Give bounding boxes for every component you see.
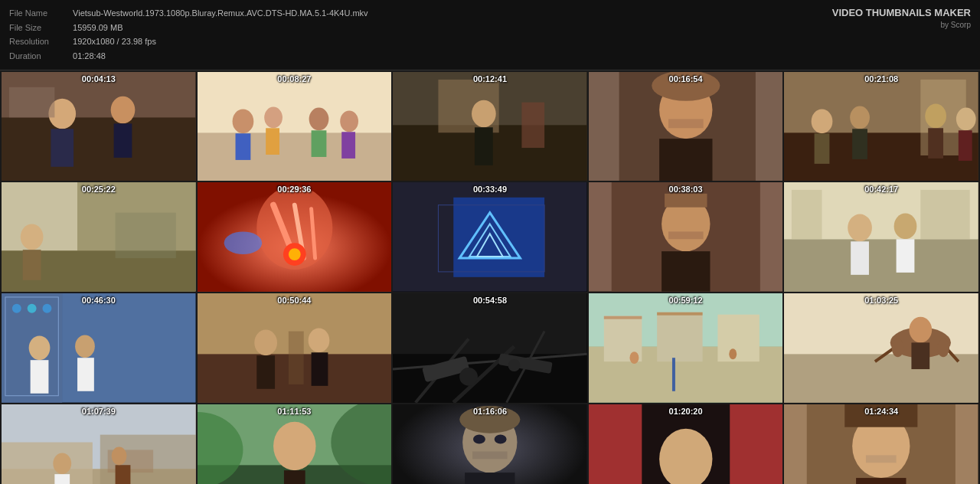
thumbnail-9[interactable]: 00:38:03 xyxy=(589,182,783,292)
file-name-value: Vietsub-Westworld.1973.1080p.Bluray.Remu… xyxy=(73,8,368,18)
timestamp-9: 00:38:03 xyxy=(669,185,703,194)
svg-rect-78 xyxy=(897,240,915,273)
svg-point-93 xyxy=(254,330,277,356)
timestamp-7: 00:29:36 xyxy=(277,185,311,194)
thumbnail-13[interactable]: 00:54:58 xyxy=(393,293,587,403)
thumb-bg-6 xyxy=(2,182,196,292)
svg-rect-39 xyxy=(929,128,944,159)
svg-point-95 xyxy=(308,329,329,353)
thumbnail-16[interactable]: 01:07:39 xyxy=(2,404,196,484)
svg-point-75 xyxy=(848,214,873,242)
svg-point-152 xyxy=(473,434,485,443)
svg-rect-73 xyxy=(792,190,822,239)
svg-point-84 xyxy=(28,304,37,313)
thumb-bg-12 xyxy=(198,293,392,403)
svg-point-77 xyxy=(894,214,917,240)
thumbnail-20[interactable]: 01:24:34 xyxy=(784,404,978,484)
svg-point-34 xyxy=(812,109,833,133)
svg-point-88 xyxy=(75,335,95,358)
thumb-bg-13 xyxy=(393,293,587,403)
svg-rect-11 xyxy=(235,133,250,160)
svg-rect-151 xyxy=(472,451,508,459)
svg-point-83 xyxy=(12,304,21,313)
svg-point-123 xyxy=(910,317,933,343)
duration-row: Duration 01:28:48 xyxy=(9,49,368,64)
thumbnail-1[interactable]: 00:04:13 xyxy=(2,72,196,182)
thumb-bg-14 xyxy=(589,293,783,403)
svg-rect-87 xyxy=(31,360,49,394)
thumbnails-grid: 00:04:13 00:08:27 00:12:41 00:16:54 00:2… xyxy=(0,70,980,484)
svg-rect-69 xyxy=(668,232,704,240)
svg-rect-23 xyxy=(522,102,545,147)
thumbnail-6[interactable]: 00:25:22 xyxy=(2,182,196,292)
svg-rect-116 xyxy=(672,358,675,391)
svg-point-16 xyxy=(340,110,358,132)
timestamp-14: 00:59:12 xyxy=(669,296,703,305)
svg-rect-71 xyxy=(784,240,978,292)
svg-rect-41 xyxy=(959,130,972,161)
timestamp-17: 01:11:53 xyxy=(277,407,311,416)
thumbnail-14[interactable]: 00:59:12 xyxy=(589,293,783,403)
timestamp-3: 00:12:41 xyxy=(473,74,507,83)
svg-rect-89 xyxy=(77,358,94,391)
thumbnail-11[interactable]: 00:46:30 xyxy=(2,293,196,403)
resolution-value: 1920x1080 / 23.98 fps xyxy=(73,37,156,46)
svg-rect-35 xyxy=(815,133,830,164)
watermark-sub: by Scorp xyxy=(832,20,971,31)
svg-point-127 xyxy=(892,338,904,357)
svg-rect-132 xyxy=(2,442,93,484)
svg-rect-74 xyxy=(921,190,970,239)
thumb-bg-4 xyxy=(589,72,783,182)
svg-point-56 xyxy=(288,249,300,261)
svg-rect-165 xyxy=(866,455,897,463)
svg-point-106 xyxy=(459,368,478,386)
thumbnail-19[interactable]: 01:20:20 xyxy=(589,404,783,484)
thumbnail-4[interactable]: 00:16:54 xyxy=(589,72,783,182)
svg-rect-145 xyxy=(284,470,305,484)
watermark: VIDEO THUMBNAILS MAKER by Scorp xyxy=(832,6,971,31)
thumbnail-5[interactable]: 00:21:08 xyxy=(784,72,978,182)
file-name-label: File Name xyxy=(9,6,70,21)
svg-point-38 xyxy=(926,103,947,128)
thumbnail-2[interactable]: 00:08:27 xyxy=(198,72,392,182)
thumbnail-18[interactable]: 01:16:06 xyxy=(393,404,587,484)
svg-rect-5 xyxy=(114,123,132,158)
svg-point-36 xyxy=(851,106,871,129)
thumbnail-10[interactable]: 00:42:17 xyxy=(784,182,978,292)
thumb-bg-17 xyxy=(198,404,392,484)
svg-point-40 xyxy=(956,107,976,130)
thumb-bg-16 xyxy=(2,404,196,484)
thumb-bg-7 xyxy=(198,182,392,292)
timestamp-4: 00:16:54 xyxy=(669,74,703,83)
svg-rect-150 xyxy=(465,473,514,484)
svg-rect-113 xyxy=(717,315,759,361)
thumbnail-3[interactable]: 00:12:41 xyxy=(393,72,587,182)
resolution-row: Resolution 1920x1080 / 23.98 fps xyxy=(9,34,368,49)
svg-rect-96 xyxy=(311,352,328,386)
svg-rect-37 xyxy=(853,129,868,159)
svg-rect-68 xyxy=(662,252,710,292)
timestamp-20: 01:24:34 xyxy=(864,407,898,416)
timestamp-15: 01:03:25 xyxy=(864,296,898,305)
thumb-bg-2 xyxy=(198,72,392,182)
thumbnail-12[interactable]: 00:50:44 xyxy=(198,293,392,403)
thumb-bg-18 xyxy=(393,404,587,484)
svg-point-128 xyxy=(938,338,950,357)
thumbnail-15[interactable]: 01:03:25 xyxy=(784,293,978,403)
svg-point-85 xyxy=(42,304,51,313)
thumbnail-17[interactable]: 01:11:53 xyxy=(198,404,392,484)
thumbnail-7[interactable]: 00:29:36 xyxy=(198,182,392,292)
svg-rect-3 xyxy=(51,129,74,167)
svg-rect-6 xyxy=(9,87,54,118)
svg-rect-8 xyxy=(198,132,392,181)
file-size-value: 15959.09 MB xyxy=(73,23,122,32)
file-name-row: File Name Vietsub-Westworld.1973.1080p.B… xyxy=(9,6,368,21)
header: File Name Vietsub-Westworld.1973.1080p.B… xyxy=(0,0,980,70)
thumb-bg-10 xyxy=(784,182,978,292)
timestamp-8: 00:33:49 xyxy=(473,185,507,194)
thumbnail-8[interactable]: 00:33:49 xyxy=(393,182,587,292)
svg-rect-120 xyxy=(784,354,978,402)
svg-point-21 xyxy=(472,100,496,127)
svg-rect-135 xyxy=(54,474,70,484)
svg-point-14 xyxy=(309,107,328,130)
